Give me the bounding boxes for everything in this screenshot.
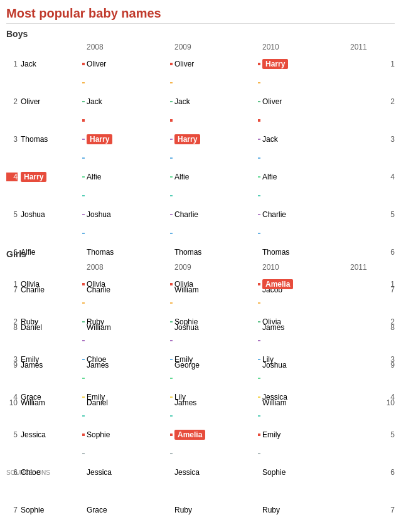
rank-number: 4 [6,173,18,181]
name-2011: Oliver [259,97,322,106]
rank-right: 4 [383,173,395,181]
name-2011: Sophie [259,468,322,477]
page-container: Most popular baby names Boys 2008 2009 2… [6,6,395,476]
table-row: 2OliverJackJackOliver2 [6,92,395,111]
name-2011: Alfie [259,173,322,181]
name-2010: Jack [171,97,259,106]
name-2010: Olivia [171,280,259,289]
name-2008: Olivia [18,280,83,289]
table-row: 5JoshuaJoshuaCharlieCharlie5 [6,205,395,224]
name-2011: Jessica [259,393,322,402]
name-2011: Charlie [259,210,322,219]
girls-section: Girls 2008 2009 2010 2011 1OliviaOliviaO… [6,249,395,463]
rank-number: 2 [6,317,18,326]
rank-right: 1 [383,60,395,68]
rank-number: 3 [6,135,18,144]
name-2008: Joshua [18,210,83,219]
rank-number: 3 [6,355,18,364]
rank-right: 3 [383,355,395,364]
rank-number: 7 [6,506,18,514]
table-row: 2RubyRubySophieOlivia2 [6,312,395,331]
rank-right: 6 [383,468,395,477]
page-title: Most popular baby names [6,6,395,24]
name-2009: Harry [83,135,171,144]
girls-label: Girls [6,249,395,259]
year-2008-girls: 2008 [83,263,171,272]
year-2009-girls: 2009 [171,263,259,272]
year-2010-boys: 2010 [259,43,347,51]
name-2010: Alfie [171,173,259,181]
table-row: 7SophieGraceRubyRuby7 [6,501,395,519]
name-2008: Chloe [18,468,83,477]
name-2009: Joshua [83,210,171,219]
table-row: 5JessicaSophieAmeliaEmily5 [6,425,395,444]
name-2010: Sophie [171,317,259,326]
table-row: 4HarryAlfieAlfieAlfie4 [6,168,395,186]
rank-right: 5 [383,210,395,219]
table-row: 4GraceEmilyLilyJessica4 [6,388,395,407]
name-2008: Jessica [18,430,83,439]
name-2011: Jack [259,135,322,144]
name-2011: Olivia [259,317,322,326]
year-2009-boys: 2009 [171,43,259,51]
rank-number: 1 [6,60,18,68]
rank-right: 3 [383,135,395,144]
rank-right: 7 [383,506,395,514]
name-2011: Emily [259,430,322,439]
rank-right: 4 [383,393,395,402]
name-2010: Oliver [171,60,259,68]
name-2010: Harry [171,135,259,144]
boys-label: Boys [6,29,395,39]
rank-number: 4 [6,393,18,402]
rank-right: 1 [383,280,395,289]
name-2011: Amelia [259,280,322,289]
table-row: 1OliviaOliviaOliviaAmelia1 [6,275,395,294]
name-2009: Grace [83,506,171,514]
name-2010: Amelia [171,430,259,439]
name-2009: Emily [83,393,171,402]
table-row: 3EmilyChloeEmilyLily3 [6,350,395,369]
table-row: 6ChloeJessicaJessicaSophie6 [6,463,395,482]
name-2009: Jessica [83,468,171,477]
name-2011: Lily [259,355,322,364]
name-2008: Harry [18,172,83,182]
name-2010: Emily [171,355,259,364]
name-2009: Jack [83,97,171,106]
name-2010: Jessica [171,468,259,477]
year-2010-girls: 2010 [259,263,347,272]
rank-number: 6 [6,468,18,477]
year-2011-boys: 2011 [347,43,367,51]
name-2010: Ruby [171,506,259,514]
rank-right: 2 [383,97,395,106]
name-2008: Oliver [18,97,83,106]
name-2010: Charlie [171,210,259,219]
name-2011: Harry [259,60,322,68]
rank-number: 5 [6,210,18,219]
name-2008: Grace [18,393,83,402]
name-2009: Alfie [83,173,171,181]
name-2009: Olivia [83,280,171,289]
boys-section: Boys 2008 2009 2010 2011 1JackOliverOliv… [6,29,395,243]
name-2009: Ruby [83,317,171,326]
year-2011-girls: 2011 [347,263,367,272]
name-2008: Ruby [18,317,83,326]
name-2008: Sophie [18,506,83,514]
name-2008: Emily [18,355,83,364]
name-2009: Oliver [83,60,171,68]
name-2009: Chloe [83,355,171,364]
table-row: 1JackOliverOliverHarry1 [6,55,395,73]
name-2011: Ruby [259,506,322,514]
rank-number: 1 [6,280,18,289]
name-2008: Thomas [18,135,83,144]
rank-right: 2 [383,317,395,326]
rank-number: 5 [6,430,18,439]
rank-right: 5 [383,430,395,439]
year-2008-boys: 2008 [83,43,171,51]
name-2008: Jack [18,60,83,68]
table-row: 3ThomasHarryHarryJack3 [6,130,395,149]
rank-number: 2 [6,97,18,106]
name-2010: Lily [171,393,259,402]
name-2009: Sophie [83,430,171,439]
